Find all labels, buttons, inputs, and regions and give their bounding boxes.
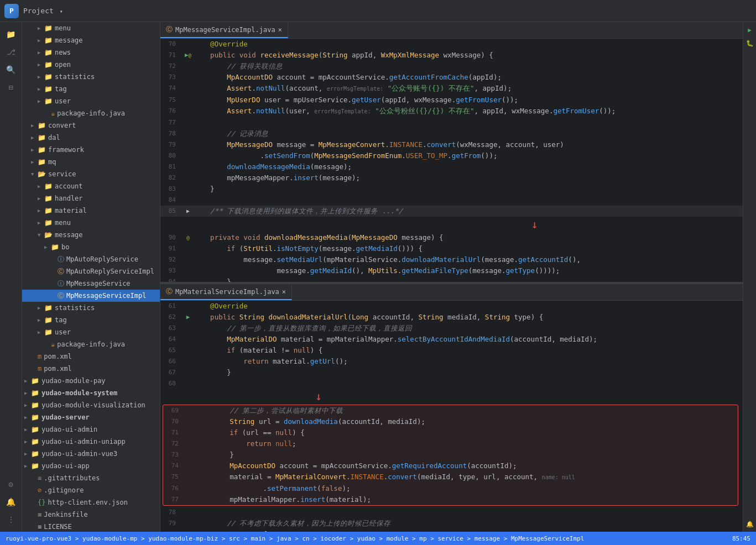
tree-item-yudao-ui-app[interactable]: ▶ 📁 yudao-ui-app bbox=[22, 460, 160, 472]
tree-item-user1[interactable]: ▶ 📁 user bbox=[22, 95, 160, 107]
code-line-70: 70 @Override bbox=[160, 39, 743, 50]
code-line-80: 80 .setSendFrom(MpMessageSendFromEnum.US… bbox=[160, 150, 743, 161]
code-line-94: 94 } bbox=[160, 276, 743, 282]
tree-item-yudao-module-vis[interactable]: ▶ 📁 yudao-module-visualization bbox=[22, 399, 160, 411]
tree-item-yudao-module-pay[interactable]: ▶ 📁 yudao-module-pay bbox=[22, 375, 160, 387]
tree-item-open[interactable]: ▶ 📁 open bbox=[22, 59, 160, 71]
code-line-90: 90 @ private void downloadMessageMedia(M… bbox=[160, 232, 743, 243]
code-line-82: 82 mpMessageMapper.insert(message); bbox=[160, 172, 743, 184]
pane1-code[interactable]: 70 @Override 71 ▶@ public void receiveMe… bbox=[160, 39, 743, 282]
tree-item-mq[interactable]: ▶ 📁 mq bbox=[22, 156, 160, 168]
tree-item-yudao-ui-admin-vue3[interactable]: ▶ 📁 yudao-ui-admin-vue3 bbox=[22, 448, 160, 460]
p2-code-line-65: 65 if (material != null) { bbox=[160, 345, 743, 356]
code-line-84: 84 bbox=[160, 195, 743, 206]
p2-code-line-76: 76 .setPermanent(false); bbox=[163, 483, 738, 494]
code-line-91: 91 if (StrUtil.isNotEmpty(message.getMed… bbox=[160, 243, 743, 254]
tree-item-menu2[interactable]: ▶ 📁 menu bbox=[22, 217, 160, 229]
status-breadcrumb: ruoyi-vue-pro-vue3 > yudao-module-mp > y… bbox=[6, 535, 584, 542]
code-line-73: 73 MpAccountDO account = mpAccountServic… bbox=[160, 72, 743, 83]
code-line-72: 72 // 获得关联信息 bbox=[160, 61, 743, 72]
code-line-74: 74 Assert.notNull(account, errorMsgTempl… bbox=[160, 83, 743, 95]
tree-item-framework[interactable]: ▶ 📁 framework bbox=[22, 144, 160, 156]
tree-item-pomxml1[interactable]: m pom.xml bbox=[22, 350, 160, 363]
right-sidebar: ▶ 🐛 🔔 bbox=[743, 22, 756, 532]
p2-code-line-73: 73 } bbox=[163, 449, 738, 460]
sidebar-icon-notifications[interactable]: 🔔 bbox=[3, 494, 19, 510]
red-arrow-1: ↓ bbox=[531, 218, 538, 231]
tree-item-gitattributes[interactable]: ≡ .gitattributes bbox=[22, 472, 160, 484]
tree-item-tag1[interactable]: ▶ 📁 tag bbox=[22, 83, 160, 95]
tree-item-yudao-module-system[interactable]: ▶ 📁 yudao-module-system bbox=[22, 387, 160, 399]
left-sidebar-icons: 📁 ⎇ 🔍 ⊟ ⚙ 🔔 ⋮ bbox=[0, 22, 22, 532]
project-title[interactable]: Project ▾ bbox=[23, 7, 63, 15]
pane2-tab-MpMaterialServiceImpl[interactable]: Ⓒ MpMaterialServiceImpl.java × bbox=[160, 285, 292, 300]
sidebar-icon-git[interactable]: ⎇ bbox=[3, 44, 19, 60]
tree-item-service[interactable]: ▼ 📂 service bbox=[22, 168, 160, 180]
tree-item-gitignore[interactable]: ⊘ .gitignore bbox=[22, 484, 160, 496]
tree-item-license[interactable]: ≡ LICENSE bbox=[22, 521, 160, 532]
code-line-76: 76 Assert.notNull(user, errorMsgTemplate… bbox=[160, 106, 743, 117]
tree-item-handler[interactable]: ▶ 📁 handler bbox=[22, 192, 160, 205]
tree-item-package-info2[interactable]: ☕ package-info.java bbox=[22, 338, 160, 350]
tree-item-account[interactable]: ▶ 📁 account bbox=[22, 180, 160, 192]
pane1-tabs: Ⓒ MpMessageServiceImpl.java × bbox=[160, 22, 743, 39]
code-line-92: 92 message.setMediaUrl(mpMaterialService… bbox=[160, 254, 743, 265]
tree-item-pomxml2[interactable]: m pom.xml bbox=[22, 363, 160, 375]
code-line-85: 85 ▶ /** 下载消息使用到的媒体文件，并上传到文件服务 ...*/ bbox=[160, 206, 743, 217]
tree-item-news[interactable]: ▶ 📁 news bbox=[22, 46, 160, 59]
tree-item-MpMessageService[interactable]: Ⓘ MpMessageService bbox=[22, 277, 160, 290]
sidebar-icon-search[interactable]: 🔍 bbox=[3, 62, 19, 77]
tree-item-convert[interactable]: ▶ 📁 convert bbox=[22, 119, 160, 132]
tree-item-jenkinsfile[interactable]: ≡ Jenkinsfile bbox=[22, 509, 160, 521]
tree-item-statistics2[interactable]: ▶ 📁 statistics bbox=[22, 302, 160, 314]
sidebar-icon-settings[interactable]: ⚙ bbox=[3, 476, 19, 492]
tree-item-package-info1[interactable]: ☕ package-info.java bbox=[22, 107, 160, 119]
status-bar: ruoyi-vue-pro-vue3 > yudao-module-mp > y… bbox=[0, 532, 756, 545]
code-line-83: 83 } bbox=[160, 184, 743, 195]
tree-item-menu[interactable]: ▶ 📁 menu bbox=[22, 22, 160, 34]
tree-item-tag2[interactable]: ▶ 📁 tag bbox=[22, 314, 160, 326]
tree-item-yudao-ui-admin-uniapp[interactable]: ▶ 📁 yudao-ui-admin-uniapp bbox=[22, 436, 160, 448]
pane2-code[interactable]: 61 @Override 62 ▶ public String download… bbox=[160, 301, 743, 532]
tree-item-dal[interactable]: ▶ 📁 dal bbox=[22, 132, 160, 144]
tree-item-http-env[interactable]: {} http-client.env.json bbox=[22, 496, 160, 509]
tree-item-MpAutoReplyService[interactable]: Ⓘ MpAutoReplyService bbox=[22, 253, 160, 265]
sidebar-icon-more[interactable]: ⋮ bbox=[3, 512, 19, 527]
p2-code-line-80: 80 return url; bbox=[160, 529, 743, 532]
tree-item-user2[interactable]: ▶ 📁 user bbox=[22, 326, 160, 338]
p2-code-line-69: 69 // 第二步，尝试从临时素材中下载 bbox=[163, 405, 738, 416]
p2-code-line-78: 78 bbox=[160, 507, 743, 518]
top-bar: P Project ▾ bbox=[0, 0, 756, 22]
red-arrow-2: ↓ bbox=[315, 390, 322, 403]
p2-code-line-71: 71 if (url == null) { bbox=[163, 427, 738, 438]
code-line-93: 93 message.getMediaId(), MpUtils.getMedi… bbox=[160, 265, 743, 276]
pane2-tabs: Ⓒ MpMaterialServiceImpl.java × bbox=[160, 284, 743, 301]
p2-code-line-61: 61 @Override bbox=[160, 301, 743, 312]
tree-item-yudao-server[interactable]: ▶ 📁 yudao-server bbox=[22, 411, 160, 423]
right-icon-debug[interactable]: 🐛 bbox=[744, 38, 755, 49]
sidebar-icon-bookmark[interactable]: ⊟ bbox=[3, 80, 19, 95]
pane1-tab-MpMessageServiceImpl[interactable]: Ⓒ MpMessageServiceImpl.java × bbox=[160, 23, 288, 38]
p2-code-line-75: 75 material = MpMaterialConvert.INSTANCE… bbox=[163, 471, 738, 483]
status-position: 85:45 bbox=[732, 535, 750, 542]
right-icon-notification[interactable]: 🔔 bbox=[744, 518, 755, 530]
right-icon-run[interactable]: ▶ bbox=[744, 24, 755, 35]
pane1-tab-close[interactable]: × bbox=[278, 26, 282, 34]
tree-item-message2[interactable]: ▼ 📂 message bbox=[22, 229, 160, 241]
tree-item-MpAutoReplyServiceImpl[interactable]: Ⓒ MpAutoReplyServiceImpl bbox=[22, 265, 160, 277]
tree-item-message1[interactable]: ▶ 📁 message bbox=[22, 34, 160, 46]
tree-item-yudao-ui-admin[interactable]: ▶ 📁 yudao-ui-admin bbox=[22, 423, 160, 436]
project-icon: P bbox=[4, 4, 19, 18]
pane2-tab-close[interactable]: × bbox=[282, 288, 286, 296]
p2-code-line-62: 62 ▶ public String downloadMaterialUrl(L… bbox=[160, 312, 743, 323]
sidebar-icon-folder[interactable]: 📁 bbox=[3, 27, 19, 42]
p2-code-line-64: 64 MpMaterialDO material = mpMaterialMap… bbox=[160, 334, 743, 345]
code-line-71: 71 ▶@ public void receiveMessage(String … bbox=[160, 50, 743, 61]
tree-item-material[interactable]: ▶ 📁 material bbox=[22, 205, 160, 217]
tree-item-bo[interactable]: ▶ 📁 bo bbox=[22, 241, 160, 253]
tree-item-MpMessageServiceImpl[interactable]: Ⓒ MpMessageServiceImpl bbox=[22, 290, 160, 302]
tree-item-statistics1[interactable]: ▶ 📁 statistics bbox=[22, 71, 160, 83]
code-line-79: 79 MpMessageDO message = MpMessageConver… bbox=[160, 139, 743, 150]
code-line-81: 81 downloadMessageMedia(message); bbox=[160, 161, 743, 172]
p2-code-line-77: 77 mpMaterialMapper.insert(material); bbox=[163, 494, 738, 505]
